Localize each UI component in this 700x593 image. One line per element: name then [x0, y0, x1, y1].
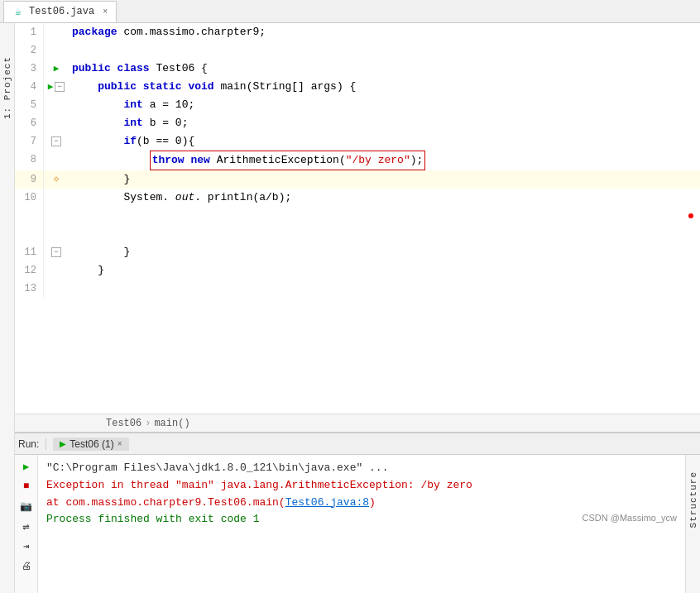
code-editor: 1 package com.massimo.charpter9; 2 3 ▶	[15, 23, 700, 432]
red-dot-indicator	[688, 213, 693, 218]
run-tab-label: Test06 (1)	[70, 438, 113, 450]
line-gutter	[44, 23, 69, 41]
table-row: 9 ◇ }	[15, 170, 700, 189]
line-content: int b = 0;	[69, 114, 700, 132]
line-content: int a = 10;	[69, 96, 700, 114]
table-row: 1 package com.massimo.charpter9;	[15, 23, 700, 41]
structure-panel-label: Structure	[688, 471, 698, 528]
line-number: 12	[15, 261, 44, 280]
run-tab-icon: ▶	[60, 439, 66, 448]
breadcrumb-class: Test06	[106, 418, 141, 429]
line-content	[69, 280, 700, 298]
run-camera-button[interactable]: 📷	[18, 498, 35, 514]
tab-bar: ☕ Test06.java ×	[0, 0, 700, 23]
output-line: Process finished with exit code 1 CSDN @…	[46, 511, 677, 528]
line-gutter: −	[44, 243, 69, 261]
line-gutter	[44, 261, 69, 280]
java-icon: ☕	[12, 6, 24, 17]
breadcrumb-sep: ›	[145, 418, 151, 429]
process-exit-text: Process finished with exit code 1	[46, 511, 259, 528]
tab-close-button[interactable]: ×	[103, 7, 108, 17]
table-row: 8 throw new ArithmeticException("/by zer…	[15, 151, 700, 170]
table-row: 4 ▶ − public static void main(String[] a…	[15, 78, 700, 96]
fold-icon[interactable]: −	[51, 247, 61, 257]
run-output: "C:\Program Files\Java\jdk1.8.0_121\bin\…	[38, 455, 685, 593]
run-icon[interactable]: ▶	[54, 60, 60, 78]
output-line: "C:\Program Files\Java\jdk1.8.0_121\bin\…	[46, 460, 677, 477]
run-panel: Run: ▶ Test06 (1) × ▶ ■ 📷 ⇌ ⇥ 🖨	[15, 432, 700, 593]
line-gutter	[44, 114, 69, 132]
line-content: package com.massimo.charpter9;	[69, 23, 700, 41]
debug-marker: ◇	[54, 170, 59, 189]
table-row: 7 − if(b == 0){	[15, 132, 700, 151]
tab-label: Test06.java	[29, 6, 94, 17]
line-gutter: −	[44, 132, 69, 151]
line-gutter	[44, 41, 69, 60]
project-side-panel: 1: Project	[0, 23, 15, 593]
line-content: }	[69, 261, 700, 280]
line-number: 6	[15, 114, 44, 132]
line-number: 1	[15, 23, 44, 41]
line-gutter: ◇	[44, 170, 69, 189]
file-tab[interactable]: ☕ Test06.java ×	[3, 1, 117, 22]
run-tab-close[interactable]: ×	[117, 439, 122, 448]
line-gutter	[44, 151, 69, 170]
run-stop-button[interactable]: ■	[18, 478, 35, 495]
run-play-button[interactable]: ▶	[18, 458, 35, 475]
editor-container: 1: Project 1 package com.massimo.charpte…	[0, 23, 700, 593]
table-row: 5 int a = 10;	[15, 96, 700, 114]
output-line: Exception in thread "main" java.lang.Ari…	[46, 477, 677, 495]
run-tab[interactable]: ▶ Test06 (1) ×	[53, 438, 128, 451]
line-number: 11	[15, 243, 44, 261]
line-gutter	[44, 189, 69, 243]
line-gutter	[44, 280, 69, 298]
line-number: 9	[15, 170, 44, 189]
table-row: 3 ▶ public class Test06 {	[15, 60, 700, 78]
line-number: 5	[15, 96, 44, 114]
line-gutter: ▶	[44, 60, 69, 78]
line-number: 4	[15, 78, 44, 96]
run-print-button[interactable]: 🖨	[18, 557, 35, 574]
stack-trace-link[interactable]: Test06.java:8	[285, 496, 369, 509]
table-row: 11 − }	[15, 243, 700, 261]
table-row: 10 System. out. println(a/b);	[15, 189, 700, 243]
line-content: System. out. println(a/b);	[69, 189, 700, 243]
table-row: 12 }	[15, 261, 700, 280]
run-icon[interactable]: ▶	[48, 78, 54, 96]
line-number: 2	[15, 41, 44, 60]
run-tab-bar: Run: ▶ Test06 (1) ×	[15, 433, 700, 455]
editor-area: 1 package com.massimo.charpter9; 2 3 ▶	[15, 23, 700, 593]
table-row: 13	[15, 280, 700, 298]
run-label: Run:	[18, 438, 46, 450]
line-number: 10	[15, 189, 44, 243]
table-row: 6 int b = 0;	[15, 114, 700, 132]
fold-icon[interactable]: −	[51, 136, 61, 146]
line-content: throw new ArithmeticException("/by zero"…	[69, 151, 700, 170]
table-row: 2	[15, 41, 700, 60]
run-import-button[interactable]: ⇥	[18, 538, 35, 554]
structure-side-panel: Structure	[685, 455, 700, 593]
project-panel-label: 1: Project	[2, 56, 12, 119]
line-content: }	[69, 170, 700, 189]
output-line: at com.massimo.charpter9.Test06.main(Tes…	[46, 495, 677, 512]
line-number: 7	[15, 132, 44, 151]
line-number: 3	[15, 60, 44, 78]
run-toolbar: ▶ ■ 📷 ⇌ ⇥ 🖨	[15, 455, 38, 593]
line-content: public class Test06 {	[69, 60, 700, 78]
line-content: if(b == 0){	[69, 132, 700, 151]
line-number: 8	[15, 151, 44, 170]
line-number: 13	[15, 280, 44, 298]
line-content	[69, 41, 700, 60]
fold-icon[interactable]: −	[55, 82, 65, 92]
code-lines: 1 package com.massimo.charpter9; 2 3 ▶	[15, 23, 700, 414]
run-scroll-button[interactable]: ⇌	[18, 518, 35, 534]
line-content: public static void main(String[] args) {	[69, 78, 700, 96]
line-gutter	[44, 96, 69, 114]
breadcrumb: Test06 › main()	[15, 414, 700, 432]
line-content: }	[69, 243, 700, 261]
watermark: CSDN @Massimo_ycw	[583, 511, 677, 528]
breadcrumb-method: main()	[154, 418, 189, 429]
line-gutter: ▶ −	[44, 78, 69, 96]
run-content-area: ▶ ■ 📷 ⇌ ⇥ 🖨 "C:\Program Files\Java\jdk1.…	[15, 455, 700, 593]
